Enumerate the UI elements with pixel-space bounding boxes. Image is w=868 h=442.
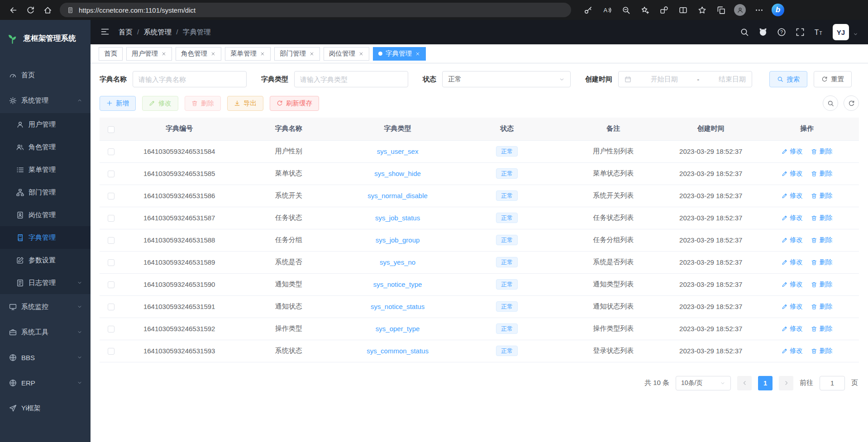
- close-icon[interactable]: [210, 51, 216, 57]
- github-button[interactable]: [758, 28, 768, 37]
- checkbox[interactable]: [108, 171, 114, 177]
- breadcrumb-item[interactable]: 字典管理: [183, 28, 211, 37]
- row-edit-button[interactable]: 修改: [782, 302, 803, 311]
- split-screen-button[interactable]: [675, 2, 691, 18]
- app-logo[interactable]: 意框架管理系统: [0, 20, 91, 57]
- fullscreen-button[interactable]: [796, 28, 805, 37]
- page-size-select[interactable]: 10条/页: [676, 376, 731, 390]
- profile-button[interactable]: [732, 2, 748, 18]
- checkbox[interactable]: [108, 281, 114, 288]
- reset-button[interactable]: 重置: [814, 71, 852, 87]
- tab[interactable]: 首页: [99, 47, 123, 61]
- header-search-button[interactable]: [740, 28, 749, 37]
- row-delete-button[interactable]: 删除: [811, 258, 833, 266]
- row-edit-button[interactable]: 修改: [782, 347, 803, 355]
- user-avatar[interactable]: YJ: [833, 24, 849, 40]
- dict-type-link[interactable]: sys_job_status: [375, 214, 420, 222]
- more-menu-button[interactable]: [751, 2, 767, 18]
- toolbar-add-button[interactable]: 新增: [100, 96, 136, 111]
- sidebar-item[interactable]: BBS: [0, 345, 91, 370]
- checkbox[interactable]: [108, 348, 114, 355]
- row-edit-button[interactable]: 修改: [782, 324, 803, 333]
- checkbox[interactable]: [108, 304, 114, 310]
- tab[interactable]: 部门管理: [274, 47, 320, 61]
- toolbar-export-button[interactable]: 导出: [227, 96, 263, 111]
- toolbar-refresh-cache-button[interactable]: 刷新缓存: [270, 96, 319, 111]
- tab[interactable]: 字典管理: [373, 47, 426, 61]
- search-button[interactable]: 搜索: [769, 71, 807, 87]
- row-edit-button[interactable]: 修改: [782, 214, 803, 222]
- checkbox[interactable]: [108, 215, 114, 222]
- dict-type-link[interactable]: sys_user_sex: [377, 147, 419, 155]
- font-size-button[interactable]: TT: [814, 28, 823, 37]
- checkbox[interactable]: [108, 326, 114, 333]
- browser-home-button[interactable]: [39, 2, 56, 18]
- dict-type-link[interactable]: sys_normal_disable: [367, 192, 428, 200]
- address-bar[interactable]: https://ccnetcore.com:1101/system/dict: [60, 3, 571, 17]
- sidebar-item[interactable]: 日志管理: [0, 271, 91, 294]
- dict-type-link[interactable]: sys_job_group: [376, 236, 420, 244]
- close-icon[interactable]: [309, 51, 315, 57]
- dict-type-link[interactable]: sys_yes_no: [380, 258, 415, 266]
- copilot-button[interactable]: b: [770, 2, 786, 18]
- row-delete-button[interactable]: 删除: [811, 324, 833, 333]
- zoom-button[interactable]: [618, 2, 634, 18]
- dict-type-link[interactable]: sys_notice_type: [373, 280, 422, 288]
- next-page-button[interactable]: [779, 376, 793, 390]
- sidebar-item[interactable]: 首页: [0, 62, 91, 88]
- row-delete-button[interactable]: 删除: [811, 302, 833, 311]
- sidebar-item[interactable]: 系统工具: [0, 319, 91, 345]
- checkbox[interactable]: [108, 193, 114, 200]
- sidebar-item[interactable]: 字典管理: [0, 226, 91, 249]
- sidebar-item[interactable]: 系统管理: [0, 88, 91, 113]
- toolbar-delete-button[interactable]: 删除: [185, 96, 221, 111]
- row-delete-button[interactable]: 删除: [811, 236, 833, 244]
- row-delete-button[interactable]: 删除: [811, 280, 833, 289]
- goto-page-input[interactable]: [820, 376, 845, 390]
- dict-type-link[interactable]: sys_notice_status: [371, 303, 424, 310]
- row-delete-button[interactable]: 删除: [811, 169, 833, 178]
- row-edit-button[interactable]: 修改: [782, 236, 803, 244]
- dict-name-input[interactable]: [133, 71, 247, 87]
- row-edit-button[interactable]: 修改: [782, 147, 803, 156]
- menu-fold-button[interactable]: [100, 27, 110, 38]
- status-select[interactable]: 正常: [442, 71, 571, 87]
- close-icon[interactable]: [161, 51, 167, 57]
- row-delete-button[interactable]: 删除: [811, 147, 833, 156]
- password-key-button[interactable]: [580, 2, 596, 18]
- dict-type-link[interactable]: sys_common_status: [367, 347, 429, 355]
- favorites-button[interactable]: [694, 2, 710, 18]
- read-aloud-button[interactable]: A: [599, 2, 615, 18]
- row-edit-button[interactable]: 修改: [782, 258, 803, 266]
- tab[interactable]: 菜单管理: [225, 47, 271, 61]
- row-delete-button[interactable]: 删除: [811, 347, 833, 355]
- row-edit-button[interactable]: 修改: [782, 191, 803, 200]
- row-edit-button[interactable]: 修改: [782, 169, 803, 178]
- page-1-button[interactable]: 1: [758, 376, 773, 390]
- sidebar-item[interactable]: 用户管理: [0, 113, 91, 136]
- sidebar-item[interactable]: 岗位管理: [0, 204, 91, 226]
- breadcrumb-item[interactable]: 系统管理: [143, 28, 172, 37]
- collections-button[interactable]: [713, 2, 729, 18]
- toolbar-edit-button[interactable]: 修改: [142, 96, 178, 111]
- refresh-table-button[interactable]: [844, 95, 859, 111]
- checkbox[interactable]: [108, 126, 114, 133]
- dict-type-link[interactable]: sys_oper_type: [376, 325, 420, 333]
- checkbox[interactable]: [108, 259, 114, 266]
- close-icon[interactable]: [415, 51, 420, 57]
- tab[interactable]: 用户管理: [126, 47, 172, 61]
- sidebar-item[interactable]: Yi框架: [0, 395, 91, 421]
- sidebar-item[interactable]: 角色管理: [0, 136, 91, 158]
- sidebar-item[interactable]: 菜单管理: [0, 158, 91, 181]
- tab[interactable]: 岗位管理: [324, 47, 369, 61]
- row-delete-button[interactable]: 删除: [811, 191, 833, 200]
- checkbox[interactable]: [108, 148, 114, 155]
- date-range-picker[interactable]: 开始日期 - 结束日期: [618, 71, 752, 87]
- sidebar-item[interactable]: 部门管理: [0, 181, 91, 204]
- close-icon[interactable]: [358, 51, 364, 57]
- close-icon[interactable]: [260, 51, 265, 57]
- browser-back-button[interactable]: [5, 2, 22, 18]
- sidebar-item[interactable]: ERP: [0, 370, 91, 395]
- dict-type-input[interactable]: [294, 71, 408, 87]
- row-edit-button[interactable]: 修改: [782, 280, 803, 289]
